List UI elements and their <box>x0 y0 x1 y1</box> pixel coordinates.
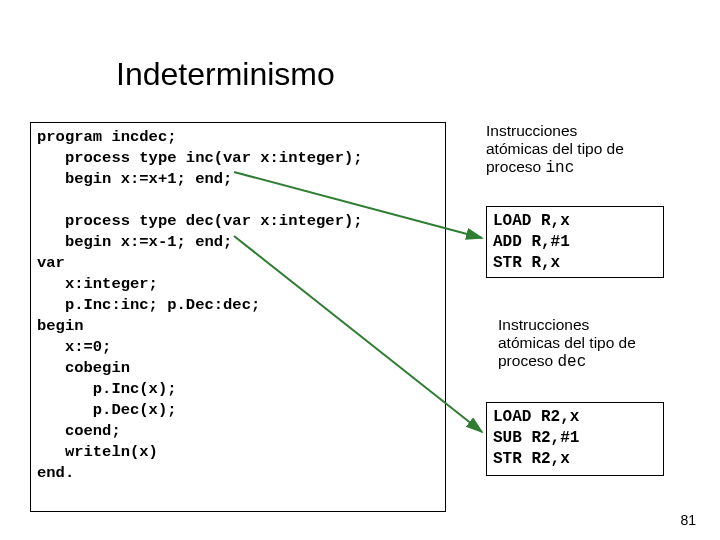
text-line: Instrucciones <box>486 122 577 139</box>
text-line: atómicas del tipo de <box>498 334 636 351</box>
text-line: Instrucciones <box>498 316 589 333</box>
text-line: atómicas del tipo de <box>486 140 624 157</box>
main-code-block: program incdec; process type inc(var x:i… <box>30 122 446 512</box>
inc-instructions-label: Instrucciones atómicas del tipo de proce… <box>486 122 676 177</box>
dec-asm-block: LOAD R2,x SUB R2,#1 STR R2,x <box>486 402 664 476</box>
slide-title: Indeterminismo <box>116 56 335 93</box>
text-line: proceso <box>486 158 545 175</box>
text-mono: inc <box>545 159 574 177</box>
text-mono: dec <box>557 353 586 371</box>
inc-asm-block: LOAD R,x ADD R,#1 STR R,x <box>486 206 664 278</box>
dec-instructions-label: Instrucciones atómicas del tipo de proce… <box>498 316 688 371</box>
text-line: proceso <box>498 352 557 369</box>
page-number: 81 <box>680 512 696 528</box>
